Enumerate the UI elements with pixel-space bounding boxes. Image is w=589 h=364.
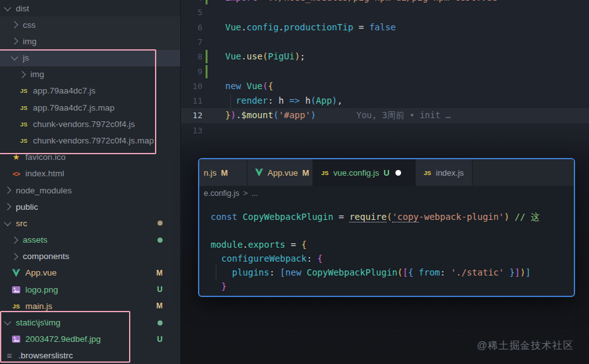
line-number[interactable]: 11 bbox=[181, 94, 202, 108]
tree-item-chunk-vendors-7972c0f4-js-map[interactable]: JSchunk-vendors.7972c0f4.js.map bbox=[0, 132, 180, 149]
code-line-6[interactable]: 6Vue.config.productionTip = false bbox=[181, 20, 589, 35]
tab-label: vue.config.js bbox=[333, 168, 379, 178]
code-line-7[interactable]: 7 bbox=[181, 35, 589, 49]
code-text: Vue.use(PigUi); bbox=[225, 49, 306, 64]
line-number[interactable]: 4 bbox=[181, 0, 202, 5]
code-line-13[interactable]: 13 bbox=[181, 123, 589, 138]
code-text: Vue.config.productionTip = false bbox=[225, 20, 396, 35]
tree-item-2003472-9edbef-jpg[interactable]: 2003472.9edbef.jpgU bbox=[0, 331, 180, 348]
vscode-window: distcssimgjsimgJSapp.79aa4dc7.jsJSapp.79… bbox=[0, 0, 589, 364]
chevron-right-icon bbox=[4, 186, 11, 193]
html-file-icon: <> bbox=[11, 170, 22, 178]
tab-label: index.js bbox=[436, 168, 464, 178]
tree-item-logo-png[interactable]: logo.pngU bbox=[0, 281, 180, 298]
tree-item-main-js[interactable]: JSmain.jsM bbox=[0, 298, 180, 314]
code-line[interactable]: } bbox=[199, 279, 574, 293]
tree-item-components[interactable]: components bbox=[0, 248, 180, 265]
chevron-down-icon bbox=[11, 53, 18, 60]
code-editor[interactable]: 4import '../node_modules/pig-npm-ui/pig-… bbox=[181, 0, 589, 152]
code-text: import '../node_modules/pig-npm-ui/pig-n… bbox=[225, 0, 502, 5]
line-number[interactable]: 8 bbox=[181, 49, 202, 64]
tab-n-js[interactable]: n.jsM bbox=[199, 159, 247, 186]
javascript-file-icon: JS bbox=[18, 104, 29, 111]
vue-logo-icon bbox=[254, 168, 264, 177]
line-number[interactable]: 12 bbox=[181, 108, 202, 123]
tree-item-assets[interactable]: assets bbox=[0, 232, 180, 248]
explorer-sidebar: distcssimgjsimgJSapp.79aa4dc7.jsJSapp.79… bbox=[0, 0, 180, 364]
tree-item-img[interactable]: img bbox=[0, 66, 180, 83]
tree-item-chunk-vendors-7972c0f4-js[interactable]: JSchunk-vendors.7972c0f4.js bbox=[0, 116, 180, 132]
popup-code-editor[interactable]: const CopyWebpackPlugin = require('copy-… bbox=[199, 201, 574, 296]
line-number[interactable]: 10 bbox=[181, 79, 202, 94]
tree-item-label: static\js\img bbox=[16, 318, 61, 327]
javascript-file-icon: JS bbox=[422, 169, 433, 176]
code-line[interactable]: } bbox=[199, 293, 574, 296]
git-status-dot-icon bbox=[158, 320, 163, 325]
tree-item-label: app.79aa4dc7.js bbox=[33, 86, 96, 95]
code-line[interactable]: module.exports = { bbox=[199, 238, 574, 252]
tree-item-label: public bbox=[16, 202, 38, 212]
git-blame-annotation: You, 3周前 • init … bbox=[356, 110, 450, 120]
code-line-8[interactable]: 8Vue.use(PigUi); bbox=[181, 49, 589, 64]
tree-item-browserslistrc[interactable]: ≡.browserslistrc bbox=[0, 348, 180, 364]
breadcrumb[interactable]: e.config.js > ... bbox=[199, 186, 574, 201]
git-change-bar bbox=[206, 50, 208, 63]
unsaved-dot-icon[interactable] bbox=[395, 170, 401, 176]
git-status-badge: M bbox=[156, 269, 163, 277]
breadcrumb-more[interactable]: ... bbox=[252, 189, 258, 198]
code-text: plugins: [new CopyWebpackPlugin([{ from:… bbox=[211, 265, 531, 280]
line-number[interactable]: 5 bbox=[181, 5, 202, 20]
tree-item-favicon-ico[interactable]: ★favicon.ico bbox=[0, 149, 180, 166]
tree-item-img[interactable]: img bbox=[0, 33, 180, 49]
code-line-10[interactable]: 10new Vue({ bbox=[181, 79, 589, 94]
tree-item-label: favicon.ico bbox=[25, 152, 66, 162]
line-number[interactable]: 6 bbox=[181, 20, 202, 35]
editor-pane: 4import '../node_modules/pig-npm-ui/pig-… bbox=[180, 0, 589, 364]
tree-item-js[interactable]: js bbox=[0, 50, 180, 66]
chevron-right-icon bbox=[11, 38, 18, 45]
tree-item-dist[interactable]: dist bbox=[0, 0, 180, 16]
tab-app-vue[interactable]: App.vueM bbox=[247, 159, 313, 186]
code-line[interactable] bbox=[199, 224, 574, 238]
code-line[interactable]: plugins: [new CopyWebpackPlugin([{ from:… bbox=[199, 265, 574, 279]
tab-index-js[interactable]: JSindex.js bbox=[416, 159, 473, 186]
code-line-5[interactable]: 5 bbox=[181, 5, 589, 20]
line-number[interactable]: 7 bbox=[181, 35, 202, 49]
code-line[interactable]: const CopyWebpackPlugin = require('copy-… bbox=[199, 210, 574, 224]
tree-item-static-js-img[interactable]: static\js\img bbox=[0, 314, 180, 331]
code-line-11[interactable]: 11 render: h => h(App), bbox=[181, 94, 589, 108]
tree-item-app-79aa4dc7-js-map[interactable]: JSapp.79aa4dc7.js.map bbox=[0, 99, 180, 116]
chevron-right-icon bbox=[11, 236, 18, 243]
code-line[interactable]: configureWebpack: { bbox=[199, 252, 574, 265]
git-status-badge: U bbox=[157, 285, 163, 294]
tab-label: App.vue bbox=[268, 168, 298, 178]
code-line-12[interactable]: 12}).$mount('#app')You, 3周前 • init … bbox=[181, 108, 589, 123]
breadcrumb-file[interactable]: e.config.js bbox=[204, 189, 239, 198]
tree-item-app-vue[interactable]: App.vueM bbox=[0, 265, 180, 281]
tree-item-label: 2003472.9edbef.jpg bbox=[25, 334, 101, 344]
tree-item-css[interactable]: css bbox=[0, 16, 180, 33]
chevron-down-icon bbox=[4, 219, 11, 226]
tree-item-index-html[interactable]: <>index.html bbox=[0, 166, 180, 182]
git-change-bar bbox=[206, 65, 208, 78]
code-line-9[interactable]: 9 bbox=[181, 64, 589, 79]
tree-item-public[interactable]: public bbox=[0, 198, 180, 215]
tree-item-node-modules[interactable]: node_modules bbox=[0, 182, 180, 198]
javascript-file-icon: JS bbox=[11, 303, 22, 310]
tree-item-label: css bbox=[23, 20, 35, 30]
tab-vue-config-js[interactable]: JSvue.config.jsU bbox=[313, 159, 416, 186]
line-number[interactable]: 13 bbox=[181, 123, 202, 138]
code-line-4[interactable]: 4import '../node_modules/pig-npm-ui/pig-… bbox=[181, 0, 589, 5]
line-number[interactable]: 9 bbox=[181, 64, 202, 79]
chevron-right-icon bbox=[11, 21, 18, 28]
tree-item-label: .browserslistrc bbox=[18, 351, 73, 360]
watermark-text: @稀土掘金技术社区 bbox=[477, 339, 574, 353]
javascript-file-icon: JS bbox=[18, 137, 29, 144]
chevron-right-icon bbox=[4, 203, 11, 210]
javascript-file-icon: JS bbox=[319, 169, 330, 176]
tree-item-src[interactable]: src bbox=[0, 215, 180, 231]
tree-item-app-79aa4dc7-js[interactable]: JSapp.79aa4dc7.js bbox=[0, 83, 180, 99]
image-file-icon bbox=[11, 285, 22, 294]
config-list-icon: ≡ bbox=[4, 351, 15, 361]
editor-tab-bar: n.jsMApp.vueMJSvue.config.jsUJSindex.js bbox=[199, 159, 574, 186]
